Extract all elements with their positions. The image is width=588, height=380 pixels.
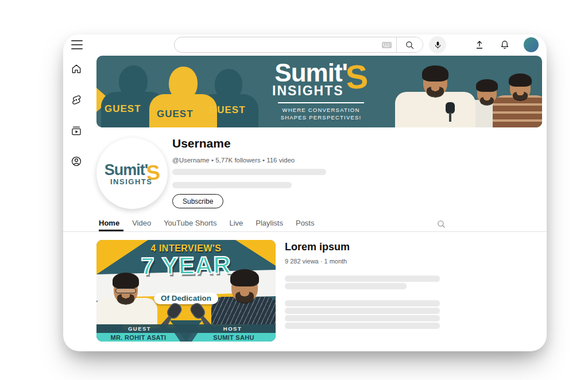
sidebar-item-subscriptions[interactable] bbox=[71, 125, 82, 137]
page-background: GUEST GUEST GUEST Sumit'S INSIGHTS WHERE… bbox=[0, 0, 588, 380]
shorts-icon bbox=[71, 94, 82, 106]
home-icon bbox=[71, 63, 82, 75]
thumb-role-bar: GUEST HOST bbox=[96, 324, 276, 333]
banner-logo-accent-s: S bbox=[345, 63, 368, 91]
sidebar-item-you[interactable] bbox=[71, 156, 82, 167]
banner-logo-divider bbox=[278, 102, 364, 103]
microphone-icon bbox=[434, 41, 442, 49]
banner-microphone bbox=[446, 102, 455, 122]
video-skeleton-1 bbox=[285, 276, 440, 282]
upload-icon bbox=[474, 40, 485, 50]
app-window: GUEST GUEST GUEST Sumit'S INSIGHTS WHERE… bbox=[63, 34, 547, 351]
thumb-name-bar: MR. ROHIT ASATI SUMIT SAHU bbox=[96, 333, 276, 342]
video-skeleton-6 bbox=[285, 323, 440, 329]
banner-host-photo bbox=[395, 68, 475, 127]
video-meta: 9 282 viewa · 1 month bbox=[285, 258, 347, 265]
description-skeleton-2 bbox=[172, 182, 292, 188]
upload-button[interactable] bbox=[473, 38, 486, 51]
search-bar bbox=[174, 37, 423, 53]
channel-name: Username bbox=[172, 137, 231, 150]
thumb-right-role: HOST bbox=[189, 325, 276, 332]
channel-banner[interactable]: GUEST GUEST GUEST Sumit'S INSIGHTS WHERE… bbox=[96, 56, 542, 127]
thumb-left-role: GUEST bbox=[96, 325, 183, 332]
search-button[interactable] bbox=[396, 37, 423, 52]
menu-icon[interactable] bbox=[71, 40, 83, 49]
guest-label-2: GUEST bbox=[157, 108, 194, 120]
bell-icon bbox=[500, 40, 510, 50]
user-avatar[interactable] bbox=[524, 37, 539, 52]
account-icon bbox=[71, 156, 82, 167]
video-skeleton-2 bbox=[285, 283, 407, 289]
search-input-field[interactable] bbox=[183, 41, 382, 49]
video-skeleton-5 bbox=[285, 315, 440, 321]
video-title[interactable]: Lorem ipsum bbox=[285, 241, 350, 253]
tabs-divider bbox=[63, 231, 547, 232]
banner-tagline-2: SHAPES PERSPECTIVES! bbox=[266, 114, 376, 121]
thumb-guest-photo bbox=[96, 275, 157, 324]
thumb-right-name: SUMIT SAHU bbox=[192, 333, 276, 342]
subscribe-button[interactable]: Subscribe bbox=[172, 194, 223, 208]
notifications-button[interactable] bbox=[498, 38, 511, 51]
banner-tagline-1: WHERE CONVERSATION bbox=[266, 106, 376, 114]
video-skeleton-3 bbox=[285, 300, 440, 307]
avatar-logo-accent-s: S bbox=[146, 165, 160, 181]
thumb-left-name: MR. ROHIT ASATI bbox=[96, 333, 180, 342]
video-thumbnail[interactable]: 4 INTERVIEW'S 7 YEAR Of Dedication bbox=[96, 240, 276, 342]
glasses bbox=[115, 288, 136, 293]
guest-label-1: GUEST bbox=[105, 103, 141, 115]
thumb-big-text: 7 YEAR bbox=[96, 250, 276, 281]
sidebar-item-shorts[interactable] bbox=[71, 94, 82, 106]
thumb-host-photo bbox=[211, 272, 276, 324]
sidebar-item-home[interactable] bbox=[71, 63, 82, 75]
video-skeleton-4 bbox=[285, 308, 440, 314]
topbar-actions bbox=[473, 37, 539, 53]
banner-guest-photo-2 bbox=[493, 76, 542, 127]
subscriptions-icon bbox=[71, 125, 82, 137]
search-input[interactable] bbox=[175, 37, 396, 52]
search-icon bbox=[405, 40, 415, 50]
channel-search-button[interactable] bbox=[436, 219, 446, 229]
keyboard-icon[interactable] bbox=[382, 42, 392, 48]
description-skeleton-1 bbox=[172, 169, 326, 175]
channel-meta: @Username • 5,77K followers • 116 video bbox=[172, 157, 295, 164]
channel-avatar[interactable]: Sumit'S INSIGHTS bbox=[96, 138, 168, 209]
avatar-logo-insights: INSIGHTS bbox=[96, 177, 152, 186]
banner-logo: Sumit'S INSIGHTS WHERE CONVERSATION SHAP… bbox=[266, 57, 376, 121]
guest-label-3: GUEST bbox=[209, 104, 246, 116]
channel-search-icon bbox=[436, 219, 446, 229]
voice-search-button[interactable] bbox=[429, 36, 446, 53]
